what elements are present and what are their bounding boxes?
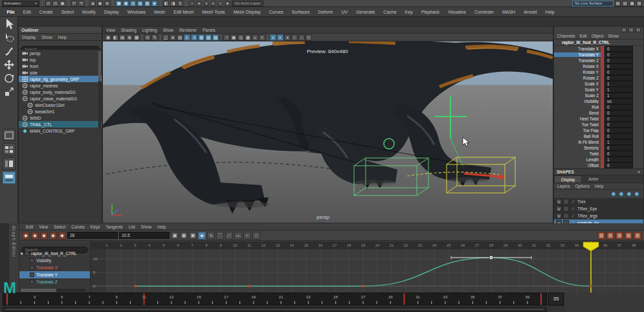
- viewport-menu-shading[interactable]: Shading: [121, 28, 137, 32]
- save-scene-icon[interactable]: ▣: [60, 1, 65, 6]
- channel-value-field[interactable]: 1: [605, 139, 633, 145]
- screen-space-ao-icon[interactable]: ◍: [198, 34, 205, 41]
- channel-ball-roll[interactable]: Ball Roll0: [554, 133, 643, 139]
- layer-trex-eye[interactable]: V∕TRex_Eye: [554, 205, 643, 212]
- select-hierarchy-icon[interactable]: ▲: [90, 1, 96, 6]
- retime-keys-icon[interactable]: ◆: [58, 232, 66, 240]
- graph-editor-menu-curves[interactable]: Curves: [71, 225, 85, 229]
- menu-edit[interactable]: Edit: [19, 10, 35, 14]
- use-all-lights-icon[interactable]: ◐: [184, 34, 190, 41]
- layer-tab-anim[interactable]: Anim: [582, 175, 605, 183]
- layer-visibility-toggle[interactable]: V: [556, 206, 562, 212]
- motion-blur-icon[interactable]: ▥: [205, 34, 212, 41]
- ipr-render-icon[interactable]: ◕: [196, 1, 202, 6]
- gamma-icon[interactable]: ◗: [277, 34, 283, 41]
- buffer-curve-snapshot-icon[interactable]: ▥: [606, 232, 614, 240]
- layer-editor-menu-help[interactable]: Help: [595, 184, 603, 188]
- channel-box-icon[interactable]: ▧: [636, 1, 642, 6]
- ge-channel-visibility[interactable]: Visibility: [19, 257, 90, 264]
- outliner-item-raptor-claws-materialsg[interactable]: raptor_claws_materialSG: [19, 95, 102, 102]
- outliner-scrollbar[interactable]: [98, 51, 101, 129]
- snap-to-projected-center-icon[interactable]: ◍: [137, 1, 143, 6]
- channel-rotate-z[interactable]: Rotate Z0: [554, 75, 643, 81]
- auto-tangent-icon[interactable]: ◈: [198, 232, 206, 240]
- channel-value-field[interactable]: 0: [605, 145, 633, 151]
- outliner-item-raptor-body-materialsg[interactable]: raptor_body_materialSG: [19, 89, 102, 95]
- channel-value-field[interactable]: 0: [605, 133, 633, 139]
- live-surface-field[interactable]: No Live Surface: [572, 1, 614, 6]
- ge-channel-translate-x[interactable]: Translate X: [19, 264, 90, 271]
- exposure-icon[interactable]: ◖: [270, 34, 276, 41]
- menu-modify[interactable]: Modify: [78, 10, 100, 14]
- attribute-editor-icon[interactable]: ▥: [622, 1, 628, 6]
- swap-buffer-curve-icon[interactable]: ▥: [616, 232, 623, 240]
- channel-visibility[interactable]: Visibilityon: [554, 98, 643, 104]
- menu-deform[interactable]: Deform: [314, 10, 337, 14]
- layer-visibility-toggle[interactable]: V: [556, 213, 562, 219]
- image-plane-icon[interactable]: ▦: [133, 34, 140, 41]
- snapshot-icon[interactable]: ○: [291, 34, 298, 41]
- outliner-item-main-control-grp[interactable]: MAIN_CONTROL_GRP: [19, 128, 102, 134]
- plateau-tangents-icon[interactable]: ⎍: [252, 232, 260, 240]
- safe-title-icon[interactable]: ◓: [259, 34, 265, 41]
- camera-attributes-icon[interactable]: ▤: [119, 34, 126, 41]
- timeline-key-tick[interactable]: [403, 293, 405, 305]
- timeline-key-tick[interactable]: [144, 293, 145, 305]
- stats-frame-field[interactable]: [67, 232, 118, 239]
- layer-trex[interactable]: V∕Trex: [554, 198, 643, 205]
- layer-tab-display[interactable]: Display: [554, 175, 582, 183]
- channel-value-field[interactable]: 0: [605, 75, 633, 81]
- channel-value-field[interactable]: on: [605, 98, 633, 104]
- channel-value-field[interactable]: 0: [605, 122, 633, 128]
- outliner-item-persp[interactable]: persp: [19, 50, 102, 56]
- channel-value-field[interactable]: 1: [605, 93, 633, 98]
- spline-tangents-icon[interactable]: ∿: [207, 232, 215, 240]
- menu-help[interactable]: Help: [541, 10, 559, 14]
- menu-file[interactable]: File: [3, 10, 19, 14]
- layer-playback-toggle[interactable]: [563, 206, 569, 212]
- channel-scale-z[interactable]: Scale Z1: [554, 93, 643, 98]
- channel-value-field[interactable]: 0: [605, 58, 633, 63]
- channel-bend[interactable]: Bend0: [554, 110, 643, 116]
- menu-key[interactable]: Key: [401, 10, 417, 14]
- menu-select[interactable]: Select: [57, 10, 78, 14]
- viewport-menu-show[interactable]: Show: [163, 28, 173, 32]
- render-current-frame-icon[interactable]: ◔: [189, 1, 195, 6]
- graph-editor-menu-keys[interactable]: Keys: [91, 225, 100, 229]
- outliner-item-raptor-meshes[interactable]: raptor_meshes: [19, 82, 102, 89]
- graph-editor-menu-view[interactable]: View: [39, 225, 48, 229]
- channel-twist[interactable]: Twist0: [554, 151, 643, 157]
- frame-playback-range-icon[interactable]: ▣: [180, 232, 188, 240]
- center-current-time-icon[interactable]: ▣: [189, 232, 197, 240]
- safe-action-icon[interactable]: ◒: [252, 34, 258, 41]
- multisample-aa-icon[interactable]: ▨: [212, 34, 219, 41]
- channel-stretchy[interactable]: Stretchy0: [554, 145, 643, 151]
- paint-selection-tool[interactable]: [1, 45, 17, 58]
- viewport-menu-panels[interactable]: Panels: [203, 28, 216, 32]
- scale-tool[interactable]: [1, 85, 17, 98]
- time-slider[interactable]: 13579111315171921232527293133353739: [3, 293, 547, 306]
- pre-infinity-cycle-icon[interactable]: ▥: [625, 232, 632, 240]
- tool-settings-icon[interactable]: ▦: [629, 1, 635, 6]
- keyframe[interactable]: [134, 285, 136, 287]
- channel-toe-flap[interactable]: Toe Flap0: [554, 128, 643, 133]
- open-scene-icon[interactable]: ◰: [52, 1, 58, 6]
- channel-translate-x[interactable]: Translate X0: [554, 46, 643, 52]
- layer-playback-toggle[interactable]: [563, 213, 569, 219]
- channel-translate-y[interactable]: Translate Y0: [554, 52, 643, 58]
- menu-visualize[interactable]: Visualize: [444, 10, 471, 14]
- graph-editor-menu-list[interactable]: List: [129, 225, 135, 229]
- viewport-menu-renderer[interactable]: Renderer: [179, 28, 197, 32]
- single-pane-layout[interactable]: [3, 129, 16, 141]
- frame-all-icon[interactable]: ▣: [171, 232, 179, 240]
- outliner-menu-help[interactable]: Help: [58, 35, 67, 39]
- layer-trex-legs[interactable]: V∕TRex_legs: [554, 212, 643, 219]
- current-frame-field[interactable]: 35: [548, 293, 564, 306]
- graph-editor-menu-show[interactable]: Show: [141, 225, 151, 229]
- viewport-menu-view[interactable]: View: [106, 28, 115, 32]
- textured-icon[interactable]: ▧: [177, 34, 183, 41]
- lasso-tool[interactable]: [1, 31, 17, 44]
- construction-history-icon[interactable]: ≡: [177, 1, 183, 6]
- lock-camera-icon[interactable]: ◧: [112, 34, 118, 41]
- isolate-select-icon[interactable]: ◔: [223, 34, 230, 41]
